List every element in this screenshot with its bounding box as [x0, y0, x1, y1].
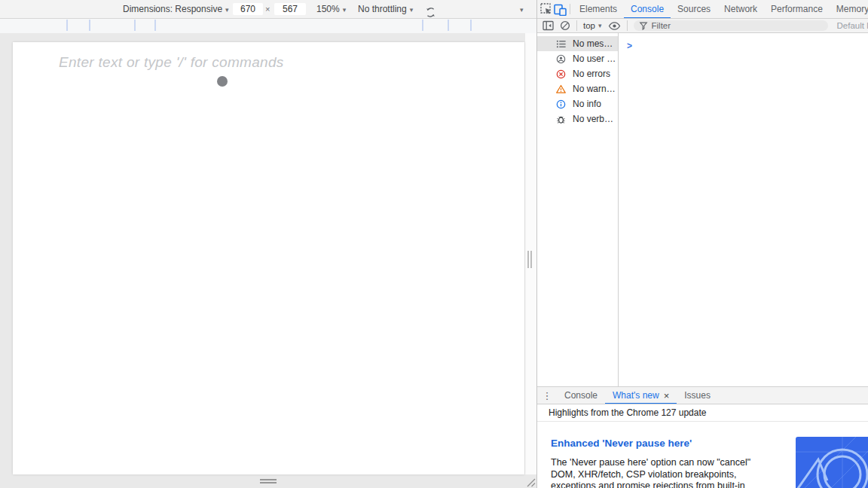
viewport-height-resize-handle[interactable]	[260, 479, 277, 483]
warning-icon	[556, 84, 566, 94]
sidebar-item-warnings[interactable]: No warnings	[537, 81, 618, 96]
console-sidebar: No messages No user messages No errors	[537, 33, 619, 386]
drawer-tab-issues[interactable]: Issues	[677, 387, 718, 404]
tab-network[interactable]: Network	[717, 0, 764, 19]
sidebar-item-user-messages[interactable]: No user messages	[537, 51, 618, 66]
viewport-width-resize-handle[interactable]	[527, 251, 533, 268]
sidebar-item-label: No warnings	[573, 84, 616, 94]
toolbar-separator	[627, 20, 628, 31]
close-icon[interactable]: ×	[664, 391, 670, 401]
sidebar-item-info[interactable]: No info	[537, 96, 618, 111]
sidebar-item-label: No errors	[573, 69, 610, 79]
media-query-tick	[66, 20, 68, 31]
tab-performance[interactable]: Performance	[764, 0, 830, 19]
console-toolbar: top▾ Default levels	[537, 19, 868, 33]
sidebar-item-label: No messages	[573, 38, 616, 49]
media-query-tick	[448, 20, 449, 31]
dimensions-times-separator: ×	[265, 0, 270, 18]
user-icon	[556, 54, 566, 64]
tab-sources[interactable]: Sources	[671, 0, 717, 19]
media-query-tick	[134, 20, 136, 31]
zoom-dropdown[interactable]: 150%▾	[316, 0, 346, 18]
device-emulation-area: Dimensions: Responsive▾ × 150%▾ No throt…	[0, 0, 536, 488]
whats-new-content: Enhanced 'Never pause here' The 'Never p…	[537, 422, 868, 488]
device-toolbar-more-button[interactable]: ▾	[520, 0, 524, 18]
media-query-tick	[89, 20, 90, 31]
sidebar-item-label: No info	[573, 99, 601, 109]
toggle-device-toolbar-button[interactable]	[553, 0, 567, 18]
emulated-page[interactable]: Enter text or type '/' for commands	[13, 42, 524, 474]
media-query-bar	[0, 19, 536, 33]
bug-icon	[556, 114, 566, 124]
console-sidebar-toggle-button[interactable]	[542, 20, 554, 31]
console-filter-box[interactable]	[634, 20, 828, 31]
console-filter-input[interactable]	[652, 21, 802, 30]
viewport-width-input[interactable]	[233, 3, 263, 15]
create-live-expression-button[interactable]	[608, 21, 621, 31]
rotate-icon	[424, 6, 437, 19]
editor-placeholder: Enter text or type '/' for commands	[59, 54, 284, 71]
chevron-down-icon: ▾	[225, 6, 229, 14]
drawer-tab-whats-new[interactable]: What's new ×	[605, 387, 677, 404]
device-toolbar: Dimensions: Responsive▾ × 150%▾ No throt…	[0, 0, 536, 19]
console-prompt-area[interactable]: >	[619, 33, 868, 386]
block-handle-dot[interactable]	[217, 76, 228, 87]
sidebar-item-verbose[interactable]: No verbose	[537, 111, 618, 127]
tab-elements[interactable]: Elements	[573, 0, 624, 19]
clear-console-button[interactable]	[560, 20, 570, 31]
inspect-cursor-icon	[539, 2, 553, 16]
devtools-tabbar: Elements Console Sources Network Perform…	[537, 0, 868, 19]
device-toolbar-icon	[553, 3, 567, 16]
drawer-tab-label: What's new	[613, 387, 659, 404]
media-query-tick	[154, 20, 156, 31]
execution-context-dropdown[interactable]: top▾	[583, 21, 602, 30]
info-icon	[556, 99, 566, 109]
article-thumbnail[interactable]	[796, 437, 868, 488]
execution-context-value: top	[583, 21, 595, 30]
resize-grip-icon	[524, 476, 536, 487]
clear-icon	[560, 20, 570, 31]
tab-console[interactable]: Console	[624, 0, 671, 19]
log-levels-dropdown[interactable]: Default levels	[837, 21, 868, 30]
throttling-dropdown[interactable]: No throttling▾	[358, 0, 413, 18]
filter-funnel-icon	[639, 21, 648, 30]
console-prompt-icon: >	[627, 41, 632, 51]
toolbar-separator	[576, 20, 577, 31]
devtools-drawer: ⋮ Console What's new × Issues Highlights…	[537, 386, 868, 488]
media-query-tick	[470, 20, 472, 31]
viewport-corner-resize-handle[interactable]	[524, 476, 536, 487]
whats-new-header: Highlights from the Chrome 127 update	[537, 404, 868, 422]
sidebar-item-errors[interactable]: No errors	[537, 66, 618, 81]
dimensions-dropdown[interactable]: Dimensions: Responsive▾	[123, 0, 229, 18]
chevron-down-icon: ▾	[598, 22, 602, 29]
drawer-tab-console[interactable]: Console	[557, 387, 605, 404]
tab-memory[interactable]: Memory	[830, 0, 868, 19]
drawer-tabbar: ⋮ Console What's new × Issues	[537, 387, 868, 404]
throttling-value: No throttling	[358, 4, 407, 14]
sidebar-item-all-messages[interactable]: No messages	[537, 36, 618, 51]
eye-icon	[608, 21, 621, 31]
zoom-value: 150%	[316, 4, 340, 14]
inspect-element-button[interactable]	[539, 0, 553, 18]
media-query-tick	[422, 20, 423, 31]
devtools-panel: Elements Console Sources Network Perform…	[536, 0, 868, 488]
console-body: No messages No user messages No errors	[537, 33, 868, 386]
sidebar-panel-icon	[542, 20, 554, 31]
article-body: The 'Never pause here' option can now "c…	[551, 457, 771, 488]
chevron-down-icon: ▾	[410, 6, 414, 14]
chevron-down-icon: ▾	[520, 6, 524, 14]
message-list-icon	[556, 39, 566, 49]
article-thumbnail-art-icon	[796, 437, 868, 488]
toolbar-separator	[570, 4, 570, 14]
chevron-down-icon: ▾	[343, 6, 347, 14]
sidebar-item-label: No user messages	[573, 53, 616, 64]
sidebar-item-label: No verbose	[573, 114, 616, 124]
dimensions-label: Dimensions: Responsive	[123, 4, 222, 14]
drawer-menu-button[interactable]: ⋮	[537, 390, 557, 401]
error-icon	[556, 69, 566, 79]
viewport-height-input[interactable]	[274, 3, 306, 15]
